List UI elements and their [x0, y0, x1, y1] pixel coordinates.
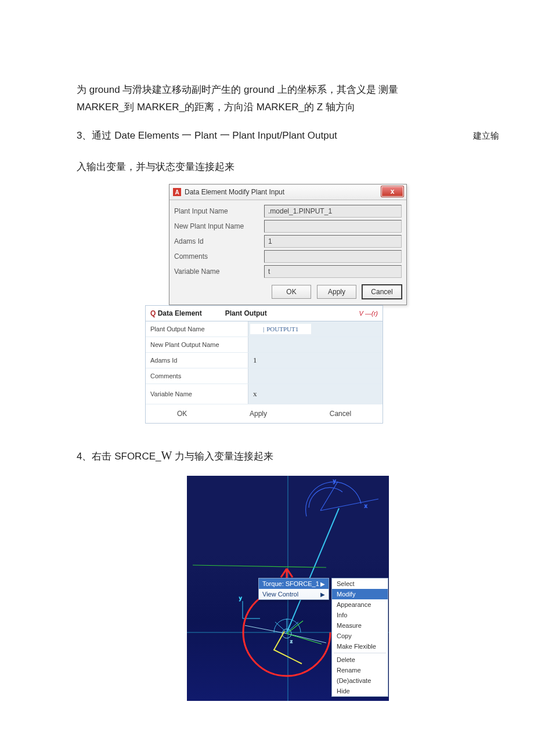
- cell-new-plant-output-name[interactable]: [248, 337, 383, 352]
- context-menu-secondary[interactable]: Select Modify Appearance Info Measure Co…: [331, 578, 388, 697]
- apply-button[interactable]: Apply: [317, 285, 356, 299]
- menu-item-label: View Control: [262, 591, 298, 598]
- svg-line-2: [320, 499, 378, 511]
- input-adams-id[interactable]: 1: [264, 235, 402, 248]
- plant-output-button-row: OK Apply Cancel: [146, 404, 383, 423]
- ok-button-2[interactable]: OK: [171, 408, 193, 419]
- cell-variable-name-2[interactable]: x: [248, 384, 383, 404]
- input-new-plant-input-name[interactable]: [264, 220, 402, 233]
- apply-button-2[interactable]: Apply: [244, 408, 273, 419]
- svg-text:y: y: [333, 478, 336, 484]
- plant-input-dialog-wrap: A Data Element Modify Plant Input x Plan…: [77, 184, 499, 305]
- document-page: 为 ground 与滑块建立移动副时产生的 ground 上的坐标系，其含义是 …: [0, 0, 534, 747]
- menu-item-info[interactable]: Info: [332, 610, 388, 620]
- svg-line-7: [287, 634, 326, 643]
- menu-item-delete[interactable]: Delete: [332, 654, 388, 665]
- step-4-pre: 4、右击 SFORCE_: [77, 451, 161, 462]
- label-new-plant-output-name: New Plant Output Name: [146, 341, 248, 348]
- label-plant-input-name: Plant Input Name: [174, 207, 264, 215]
- cell-plant-output-name[interactable]: |POUTPUT1: [248, 321, 383, 337]
- plant-input-dialog: A Data Element Modify Plant Input x Plan…: [169, 184, 407, 305]
- cell-adams-id-2[interactable]: 1: [248, 353, 383, 368]
- menu-item-deactivate[interactable]: (De)activate: [332, 675, 388, 686]
- menu-item-copy[interactable]: Copy: [332, 631, 388, 641]
- menu-item-measure[interactable]: Measure: [332, 620, 388, 631]
- step-4-W: W: [161, 449, 172, 462]
- paragraph-1-line-1: 为 ground 与滑块建立移动副时产生的 ground 上的坐标系，其含义是 …: [77, 84, 398, 95]
- step-4-post: 力与输入变量连接起来: [172, 451, 273, 462]
- header-q-data-element: Q Data Element: [150, 309, 202, 317]
- step-3-overflow: 建立输: [473, 131, 499, 142]
- menu-item-appearance[interactable]: Appearance: [332, 599, 388, 610]
- dialog-titlebar[interactable]: A Data Element Modify Plant Input x: [169, 185, 406, 200]
- step-4: 4、右击 SFORCE_W 力与输入变量连接起来: [77, 447, 499, 465]
- dialog-title: Data Element Modify Plant Input: [185, 188, 284, 196]
- svg-text:z: z: [290, 639, 293, 644]
- input-variable-name[interactable]: t: [264, 265, 402, 278]
- paragraph-1: 为 ground 与滑块建立移动副时产生的 ground 上的坐标系，其含义是 …: [77, 81, 499, 116]
- chip-poutput1[interactable]: |POUTPUT1: [250, 324, 311, 334]
- label-new-plant-input-name: New Plant Input Name: [174, 222, 264, 230]
- paragraph-1-line-2: MARKER_到 MARKER_的距离，方向沿 MARKER_的 Z 轴方向: [77, 102, 355, 113]
- menu-separator: [334, 653, 386, 653]
- plant-output-header: Q Data Element Plant Output V —(r): [146, 306, 383, 321]
- menu-item-label: Torque: SFORCE_1: [262, 580, 319, 587]
- plant-output-table: Q Data Element Plant Output V —(r) Plant…: [145, 305, 383, 424]
- plant-output-table-wrap: Q Data Element Plant Output V —(r) Plant…: [145, 305, 499, 424]
- label-variable-name: Variable Name: [174, 267, 264, 276]
- menu-item-select[interactable]: Select: [332, 578, 388, 589]
- step-3-line: 3、通过 Date Elements 一 Plant 一 Plant Input…: [77, 129, 499, 142]
- label-adams-id-2: Adams Id: [146, 357, 248, 364]
- step-3-cont: 入输出变量，并与状态变量连接起来: [77, 158, 499, 176]
- header-v-label: V —(r): [359, 310, 378, 317]
- label-plant-output-name: Plant Output Name: [146, 325, 248, 332]
- menu-item-view-control[interactable]: View Control ▶: [259, 589, 329, 599]
- menu-item-hide[interactable]: Hide: [332, 686, 388, 696]
- app-icon: A: [173, 188, 181, 196]
- svg-line-15: [275, 622, 287, 632]
- svg-text:x: x: [365, 503, 367, 509]
- dialog-body: Plant Input Name .model_1.PINPUT_1 New P…: [169, 200, 406, 305]
- label-variable-name-2: Variable Name: [146, 390, 248, 397]
- cell-comments-2[interactable]: [248, 368, 383, 384]
- input-comments[interactable]: [264, 250, 402, 263]
- ok-button[interactable]: OK: [272, 285, 311, 299]
- svg-text:y: y: [239, 595, 242, 601]
- dialog-button-row: OK Apply Cancel: [174, 285, 402, 300]
- label-adams-id: Adams Id: [174, 237, 264, 245]
- close-icon[interactable]: x: [381, 186, 404, 197]
- svg-line-3: [320, 482, 338, 511]
- chevron-right-icon: ▶: [320, 581, 325, 587]
- label-comments: Comments: [174, 252, 264, 261]
- header-plant-output: Plant Output: [225, 309, 267, 317]
- chevron-right-icon: ▶: [320, 591, 325, 598]
- cancel-button[interactable]: Cancel: [362, 285, 402, 299]
- menu-item-rename[interactable]: Rename: [332, 665, 388, 675]
- label-comments-2: Comments: [146, 372, 248, 379]
- viewport-wrap: x y z y: [77, 476, 499, 701]
- menu-item-modify[interactable]: Modify: [332, 589, 388, 599]
- step-3-main: 3、通过 Date Elements 一 Plant 一 Plant Input…: [77, 129, 337, 142]
- context-menu-primary[interactable]: Torque: SFORCE_1 ▶ View Control ▶: [258, 578, 329, 600]
- input-plant-input-name[interactable]: .model_1.PINPUT_1: [264, 205, 402, 218]
- svg-line-14: [193, 565, 326, 567]
- menu-item-make-flexible[interactable]: Make Flexible: [332, 641, 388, 652]
- menu-item-torque-sforce-1[interactable]: Torque: SFORCE_1 ▶: [259, 578, 329, 589]
- model-viewport[interactable]: x y z y: [187, 476, 389, 701]
- cancel-button-2[interactable]: Cancel: [324, 408, 357, 419]
